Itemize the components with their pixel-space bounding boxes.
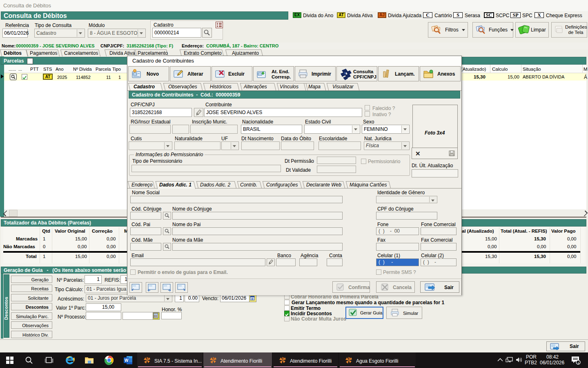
svg-text:W: W xyxy=(125,358,129,363)
svg-text:1: 1 xyxy=(577,361,579,365)
